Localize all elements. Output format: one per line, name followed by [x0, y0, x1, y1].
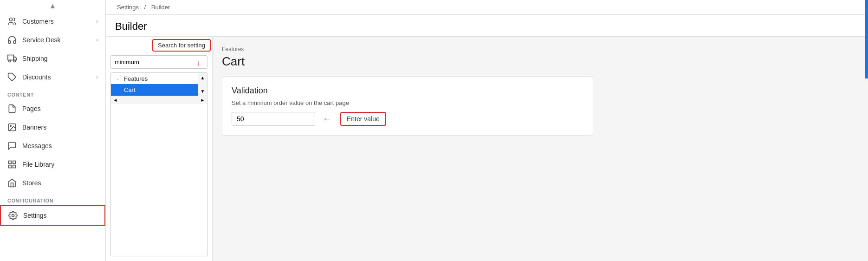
tree-item-cart[interactable]: Cart	[111, 84, 198, 96]
validation-description: Set a minimum order value on the cart pa…	[232, 99, 583, 106]
right-panel: Features Cart Validation Set a minimum o…	[213, 37, 868, 261]
sidebar-item-file-library[interactable]: File Library	[0, 155, 105, 174]
tree-scroll-left[interactable]: ◄	[111, 96, 120, 104]
svg-rect-8	[9, 161, 12, 164]
banners-icon	[7, 123, 17, 132]
sidebar-item-messages[interactable]: Messages	[0, 137, 105, 155]
sidebar-item-pages-label: Pages	[22, 105, 98, 112]
collapse-btn[interactable]: -	[114, 75, 121, 82]
customers-chevron: ›	[96, 18, 98, 25]
tree-row: - Features Cart ▲ ▼	[111, 73, 207, 96]
breadcrumb-settings[interactable]: Settings	[117, 4, 139, 11]
sidebar: ▲ Customers › Service Desk › Shipping Di…	[0, 0, 106, 261]
headset-icon	[7, 35, 17, 45]
right-scrollbar	[865, 0, 868, 261]
sidebar-item-file-library-label: File Library	[22, 161, 98, 168]
svg-rect-11	[9, 165, 12, 168]
svg-point-12	[12, 215, 14, 217]
validation-title: Validation	[232, 86, 583, 96]
sidebar-scroll-up[interactable]: ▲	[0, 0, 105, 12]
sidebar-item-discounts[interactable]: Discounts ›	[0, 68, 105, 86]
discounts-chevron: ›	[96, 74, 98, 80]
search-callout: Search for setting	[152, 39, 211, 52]
gear-icon	[8, 211, 18, 220]
tree-header-features[interactable]: - Features	[111, 73, 198, 84]
tree-group-features-label: Features	[124, 75, 148, 82]
truck-icon	[7, 54, 17, 63]
svg-point-4	[13, 60, 15, 62]
enter-value-callout: Enter value	[340, 112, 386, 126]
content-section-label: CONTENT	[0, 86, 105, 99]
validation-box: Validation Set a minimum order value on …	[222, 76, 593, 136]
sidebar-item-stores-label: Stores	[22, 179, 98, 187]
tree-panel: - Features Cart ▲ ▼ ◄ ►	[110, 72, 207, 256]
svg-point-7	[10, 125, 11, 127]
search-input[interactable]	[110, 55, 207, 69]
sidebar-item-banners-label: Banners	[22, 124, 98, 131]
sidebar-item-stores[interactable]: Stores	[0, 174, 105, 192]
messages-icon	[7, 141, 17, 150]
enter-value-arrow: ←	[323, 114, 331, 124]
tree-scroll-right[interactable]: ►	[198, 96, 207, 104]
tree-scroll-down[interactable]: ▼	[198, 86, 207, 96]
left-panel: Search for setting ↓ - Features Cart	[106, 37, 213, 261]
tree-content: - Features Cart	[111, 73, 198, 96]
sidebar-item-customers-label: Customers	[22, 18, 96, 25]
sidebar-item-banners[interactable]: Banners	[0, 118, 105, 137]
config-section-label: CONFIGURATION	[0, 192, 105, 205]
sidebar-item-messages-label: Messages	[22, 142, 98, 150]
search-callout-arrow: ↓	[196, 59, 200, 67]
svg-rect-1	[8, 55, 13, 60]
page-title: Builder	[106, 15, 868, 37]
sidebar-item-settings[interactable]: Settings	[0, 205, 105, 226]
feature-label: Features	[222, 46, 859, 52]
people-icon	[7, 17, 17, 26]
sidebar-item-service-desk-label: Service Desk	[22, 36, 96, 44]
svg-point-0	[9, 18, 13, 21]
svg-marker-2	[13, 57, 16, 60]
service-desk-chevron: ›	[96, 37, 98, 43]
sidebar-item-customers[interactable]: Customers ›	[0, 12, 105, 31]
svg-rect-9	[13, 161, 16, 164]
sidebar-item-discounts-label: Discounts	[22, 73, 96, 81]
value-row: ← Enter value	[232, 112, 583, 126]
sidebar-item-settings-label: Settings	[23, 212, 97, 219]
search-input-wrapper	[110, 55, 207, 69]
sidebar-item-pages[interactable]: Pages	[0, 99, 105, 118]
sidebar-item-shipping-label: Shipping	[22, 55, 98, 62]
tag-icon	[7, 72, 17, 82]
breadcrumb: Settings / Builder	[106, 0, 868, 15]
svg-rect-10	[13, 165, 16, 168]
sidebar-item-service-desk[interactable]: Service Desk ›	[0, 31, 105, 49]
file-library-icon	[7, 160, 17, 169]
breadcrumb-separator: /	[144, 4, 148, 11]
breadcrumb-builder: Builder	[151, 4, 170, 11]
content-area: Search for setting ↓ - Features Cart	[106, 37, 868, 261]
tree-scroll-up[interactable]: ▲	[198, 73, 207, 82]
section-title: Cart	[222, 54, 859, 69]
value-input[interactable]	[232, 112, 315, 126]
sidebar-item-shipping[interactable]: Shipping	[0, 49, 105, 68]
main-content: Settings / Builder Builder Search for se…	[106, 0, 868, 261]
tree-hscroll: ◄ ►	[111, 96, 207, 104]
stores-icon	[7, 178, 17, 188]
pages-icon	[7, 104, 17, 113]
svg-point-3	[9, 60, 11, 62]
